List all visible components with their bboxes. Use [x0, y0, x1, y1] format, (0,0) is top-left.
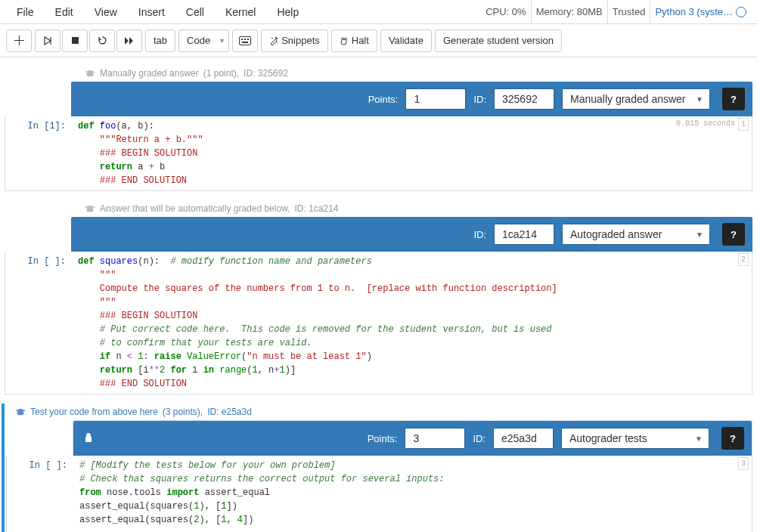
svg-rect-4	[247, 39, 249, 40]
snippets-button[interactable]: Snippets	[261, 29, 328, 52]
stop-icon	[71, 36, 79, 45]
cell-2-meta-label: Answer that will be automatically graded…	[100, 203, 290, 214]
cell-2-meta-id: ID: 1ca214	[294, 203, 338, 214]
cell-1-code[interactable]: 0.015 seconds 1 def foo(a, b): """Return…	[72, 116, 752, 190]
chevron-down-icon: ▾	[220, 36, 224, 45]
menu-view[interactable]: View	[84, 2, 128, 23]
celltype-select[interactable]: Code ▾	[178, 29, 229, 52]
points-label: Points:	[368, 94, 399, 105]
cell-1-meta-id: ID: 325692	[244, 68, 288, 79]
status-memory: Memory: 80MB	[531, 0, 607, 23]
menu-bar: File Edit View Insert Cell Kernel Help C…	[0, 0, 757, 24]
snippets-label: Snippets	[281, 35, 320, 46]
magic-icon	[269, 36, 278, 45]
menu-edit[interactable]: Edit	[45, 2, 84, 23]
cell-3-meta-label: Test your code from above here	[30, 407, 158, 417]
cell-3-meta: Test your code from above here (3 points…	[6, 404, 752, 420]
menu-kernel[interactable]: Kernel	[215, 2, 266, 23]
status-trusted[interactable]: Trusted	[607, 0, 650, 23]
cell-1-prompt: In [1]:	[5, 116, 72, 190]
cell-1-timing: 0.015 seconds	[676, 118, 735, 129]
menu-cell[interactable]: Cell	[175, 2, 215, 23]
cell-3-code[interactable]: 3 # [Modify the tests below for your own…	[73, 456, 752, 532]
cell-3-linenum: 3	[738, 457, 749, 470]
cell-2-header: ID: Autograded answer ▼ ?	[71, 217, 752, 252]
id-label: ID:	[473, 229, 486, 240]
cell-1-points-input[interactable]	[405, 88, 466, 110]
generate-student-button[interactable]: Generate student version	[435, 29, 562, 52]
cell-1-type-label: Manually graded answer	[570, 93, 686, 105]
command-palette-button[interactable]	[232, 29, 258, 52]
cell-2-meta: Answer that will be automatically graded…	[5, 200, 752, 217]
graduation-cap-icon	[15, 408, 26, 416]
kernel-status-icon	[736, 7, 746, 17]
cell-3-meta-id: ID: e25a3d	[207, 407, 252, 417]
fast-forward-icon	[124, 36, 135, 45]
halt-label: Halt	[352, 35, 369, 46]
cell-3-meta-points: (3 points),	[163, 407, 203, 417]
cell-3-prompt: In [ ]:	[7, 456, 73, 532]
cell-3[interactable]: Test your code from above here (3 points…	[2, 404, 752, 532]
hand-icon	[340, 36, 349, 45]
graduation-cap-icon	[85, 205, 95, 212]
cell-3-type-label: Autograder tests	[569, 432, 647, 444]
cell-2-type-select[interactable]: Autograded answer ▼	[562, 224, 710, 245]
cell-1-meta-label: Manually graded answer	[100, 68, 199, 79]
svg-rect-2	[241, 39, 243, 40]
cell-2[interactable]: Answer that will be automatically graded…	[5, 200, 752, 394]
notebook-area: Manually graded answer (1 point), ID: 32…	[0, 57, 757, 532]
cell-1-type-select[interactable]: Manually graded answer ▼	[562, 88, 710, 110]
svg-rect-5	[242, 42, 248, 43]
restart-icon	[98, 36, 107, 45]
status-kernel[interactable]: Python 3 (syste…	[650, 0, 751, 23]
id-label: ID:	[473, 94, 486, 105]
cell-3-id-input[interactable]	[493, 428, 554, 449]
kernel-name: Python 3 (syste…	[655, 6, 733, 17]
id-label: ID:	[473, 433, 486, 444]
cell-1-linenum: 1	[738, 118, 749, 131]
restart-button[interactable]	[89, 29, 115, 52]
svg-rect-3	[244, 39, 246, 40]
menu-insert[interactable]: Insert	[128, 2, 175, 23]
tab-button[interactable]: tab	[145, 29, 175, 52]
cell-2-code[interactable]: 2 def squares(n): # modify function name…	[72, 252, 752, 394]
run-button[interactable]	[35, 29, 60, 52]
cell-1-meta-points: (1 point),	[203, 68, 239, 79]
cell-1[interactable]: Manually graded answer (1 point), ID: 32…	[5, 65, 752, 191]
cell-3-help-button[interactable]: ?	[721, 427, 744, 450]
celltype-label: Code	[187, 35, 210, 46]
restart-run-all-button[interactable]	[116, 29, 142, 52]
cell-2-type-label: Autograded answer	[570, 228, 662, 240]
menu-help[interactable]: Help	[266, 2, 309, 23]
keyboard-icon	[239, 36, 251, 45]
halt-button[interactable]: Halt	[331, 29, 377, 52]
stop-button[interactable]	[62, 29, 88, 52]
cell-3-header: Points: ID: Autograder tests ▼ ?	[73, 421, 752, 456]
cell-3-points-input[interactable]	[405, 428, 465, 449]
validate-button[interactable]: Validate	[380, 29, 432, 52]
cell-3-type-select[interactable]: Autograder tests ▼	[561, 428, 709, 449]
dropdown-triangle-icon: ▼	[696, 95, 703, 104]
cell-2-linenum: 2	[738, 253, 749, 266]
dropdown-triangle-icon: ▼	[695, 435, 703, 443]
status-cpu: CPU: 0%	[481, 0, 530, 23]
svg-rect-1	[240, 36, 251, 45]
cell-2-id-input[interactable]	[494, 224, 554, 245]
menu-file[interactable]: File	[6, 2, 45, 23]
cell-2-help-button[interactable]: ?	[722, 223, 745, 246]
dropdown-triangle-icon: ▼	[696, 230, 703, 239]
points-label: Points:	[368, 433, 398, 444]
cell-1-meta: Manually graded answer (1 point), ID: 32…	[5, 65, 752, 82]
plus-icon	[14, 36, 24, 45]
graduation-cap-icon	[85, 70, 95, 77]
cell-1-id-input[interactable]	[494, 88, 554, 110]
insert-cell-button[interactable]	[6, 29, 32, 52]
svg-rect-0	[72, 37, 79, 44]
cell-2-prompt: In [ ]:	[5, 252, 72, 394]
lock-icon	[84, 432, 93, 445]
cell-1-header: Points: ID: Manually graded answer ▼ ?	[71, 82, 752, 116]
run-icon	[43, 36, 52, 45]
toolbar: tab Code ▾ Snippets Halt Validate Genera…	[0, 24, 757, 57]
cell-1-help-button[interactable]: ?	[722, 88, 745, 110]
